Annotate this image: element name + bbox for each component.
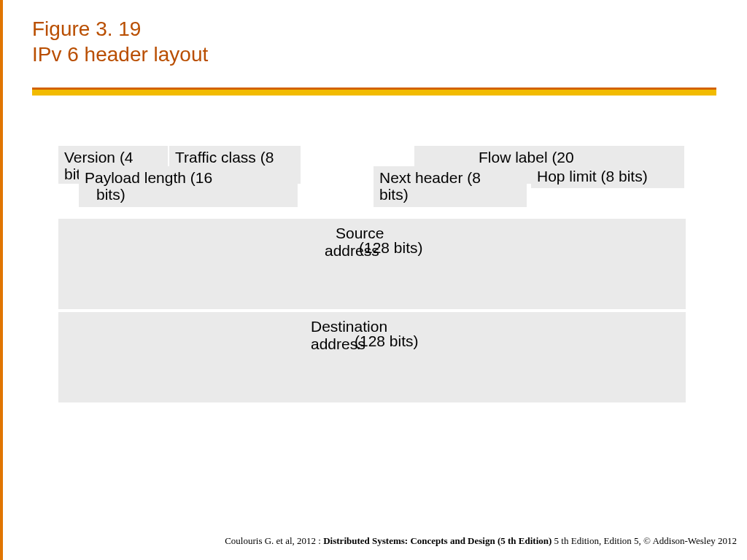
field-next-l2: bits) [379, 186, 522, 203]
field-hop-l1: Hop limit (8 bits) [537, 168, 648, 184]
citation-suffix: 5 th Edition, Edition 5, © Addison-Wesle… [551, 535, 737, 546]
title-underline [32, 88, 716, 96]
figure-title: IPv 6 header layout [32, 42, 715, 67]
field-dst-label-2: address [311, 335, 365, 352]
slide: Figure 3. 19 IPv 6 header layout Version… [0, 0, 747, 560]
field-version-l1: Version (4 [64, 149, 133, 166]
field-next-header: Next header (8 bits) [374, 166, 527, 207]
rule-yellow [32, 90, 716, 96]
field-payload-l1: Payload length (16 [85, 169, 212, 186]
field-traffic-l1: Traffic class (8 [175, 149, 274, 166]
figure-number: Figure 3. 19 [32, 16, 715, 42]
citation-bold: Distributed Systems: Concepts and Design… [323, 535, 551, 546]
citation-prefix: Coulouris G. et al, 2012 : [225, 535, 323, 546]
field-payload-length: Payload length (16 bits) [79, 166, 298, 207]
ipv6-header-diagram: Version (4 bits) Traffic class (8 bits) … [58, 146, 686, 452]
field-payload-l2: bits) [85, 186, 293, 203]
accent-stripe [0, 0, 3, 560]
field-hop-limit: Hop limit (8 bits) [531, 166, 684, 188]
citation: Coulouris G. et al, 2012 : Distributed S… [10, 535, 737, 547]
field-flow-l1: Flow label (20 [420, 149, 680, 166]
field-next-l1: Next header (8 [379, 169, 481, 186]
title-block: Figure 3. 19 IPv 6 header layout [32, 16, 715, 67]
field-src-label-2: address [325, 242, 379, 259]
